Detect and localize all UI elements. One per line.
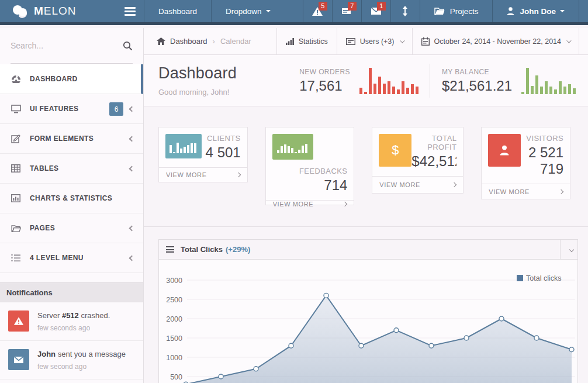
navbar-end-cap: [579, 0, 588, 22]
home-icon[interactable]: [157, 37, 165, 45]
chevron-right-icon: [236, 172, 240, 177]
clients-card: CLIENTS 4 501 VIEW MORE: [158, 127, 248, 182]
messages-badge: 1: [377, 2, 386, 11]
feedbacks-view-more[interactable]: VIEW MORE: [266, 200, 354, 208]
page-header: Dashboard Good morning, John! NEW ORDERS…: [144, 55, 588, 106]
bar-chart-icon: [286, 37, 294, 45]
profit-view-more[interactable]: VIEW MORE: [372, 176, 463, 193]
total-clicks-chart: 50010001500200025003000Total clicks: [159, 260, 577, 383]
notification-time: few second ago: [37, 363, 126, 371]
date-range-dropdown[interactable]: October 24, 2014 - November 22, 2014: [412, 28, 579, 55]
chevron-left-icon: [129, 136, 135, 142]
sidebar-item-ui-features[interactable]: UI FEATURES6: [0, 94, 143, 124]
visitors-view-more[interactable]: VIEW MORE: [482, 184, 570, 199]
sidebar-item-label: 4 LEVEL MENU: [30, 254, 84, 262]
panel-collapse-button[interactable]: [560, 240, 577, 260]
caret-down-icon: [560, 10, 565, 12]
sidebar-search: [11, 28, 133, 64]
new-orders-minichart: [359, 67, 420, 94]
my-balance-minichart: [521, 67, 577, 94]
clients-label: CLIENTS: [202, 134, 241, 143]
panel-title: Total Clicks: [181, 245, 223, 254]
profit-tile-icon: $: [379, 134, 411, 167]
documents-button[interactable]: 7: [332, 0, 361, 22]
chevron-down-icon: [566, 38, 571, 43]
chevron-right-icon: [559, 189, 563, 194]
new-orders-stat: NEW ORDERS 17,561: [299, 67, 420, 94]
sidebar-item-form-elements[interactable]: FORM ELEMENTS: [0, 124, 143, 154]
menu-badge: 6: [109, 102, 123, 116]
sidebar-item-label: FORM ELEMENTS: [30, 134, 94, 143]
messages-button[interactable]: 1: [361, 0, 390, 22]
projects-button[interactable]: Projects: [420, 0, 493, 22]
sidebar-item-label: TABLES: [30, 164, 59, 172]
page-title: Dashboard: [158, 64, 237, 82]
search-input[interactable]: [11, 41, 123, 50]
feedbacks-value: 714: [272, 177, 348, 194]
logo[interactable]: MELON: [0, 0, 144, 22]
sidebar: DASHBOARDUI FEATURES6FORM ELEMENTSTABLES…: [0, 28, 144, 383]
panel-delta: (+29%): [226, 245, 250, 254]
notification-server-crashed[interactable]: Server #512 crashed. few seconds ago: [0, 302, 143, 341]
mail-icon: [8, 349, 29, 370]
form-icon: [11, 134, 22, 143]
chart-icon: [11, 194, 22, 202]
chevron-right-icon: [452, 182, 456, 187]
sidebar-item-label: CHARTS & STATISTICS: [30, 194, 112, 202]
alerts-button[interactable]: 5: [303, 0, 332, 22]
levels-icon: [11, 254, 22, 262]
chevron-right-icon: [343, 202, 347, 206]
nav-item-dropdown[interactable]: Dropdown: [211, 0, 285, 22]
arrows-vertical-icon: [402, 6, 408, 16]
svg-text:500: 500: [170, 373, 182, 381]
greeting: Good morning, John!: [158, 88, 237, 96]
clients-view-more[interactable]: VIEW MORE: [159, 167, 247, 182]
my-balance-label: MY BALANCE: [442, 68, 512, 76]
visitors-tile-icon: [488, 134, 521, 167]
documents-badge: 7: [348, 2, 357, 11]
statistics-button[interactable]: Statistics: [276, 28, 337, 55]
chevron-left-icon: [129, 106, 135, 112]
search-icon[interactable]: [123, 41, 133, 51]
table-icon: [11, 164, 22, 172]
user-icon: [507, 7, 514, 16]
total-profit-card: $ TOTAL PROFIT $42,512.00 VIEW MORE: [372, 127, 464, 194]
notification-text: Server #512 crashed.: [37, 311, 110, 320]
caret-down-icon: [266, 10, 271, 12]
stats-divider: [430, 64, 430, 98]
sidebar-item-dashboard[interactable]: DASHBOARD: [0, 64, 143, 94]
sidebar-item-pages[interactable]: PAGES: [0, 213, 143, 243]
nav-item-dashboard[interactable]: Dashboard: [144, 0, 211, 22]
user-menu[interactable]: John Doe: [492, 0, 579, 22]
clients-tile-icon: [165, 134, 202, 158]
new-orders-value: 17,561: [299, 78, 350, 94]
visitors-value: 2 521 719: [521, 144, 563, 177]
resize-vertical-button[interactable]: [390, 0, 420, 22]
header-stats: NEW ORDERS 17,561 MY BALANCE $21,561.21: [299, 64, 577, 98]
total-clicks-panel: Total Clicks (+29%) 50010001500200025003…: [158, 239, 578, 383]
svg-text:1500: 1500: [166, 334, 182, 343]
notification-text: John sent you a message: [37, 350, 126, 358]
users-dropdown[interactable]: Users (+3): [337, 28, 412, 55]
visitors-card: VISITORS 2 521 719 VIEW MORE: [481, 127, 570, 199]
visitors-label: VISITORS: [521, 134, 563, 143]
sidebar-item-charts-statistics[interactable]: CHARTS & STATISTICS: [0, 184, 143, 213]
navbar-spacer: [285, 0, 303, 22]
sidebar-toggle-icon[interactable]: [124, 5, 136, 18]
sidebar-item-4-level-menu[interactable]: 4 LEVEL MENU: [0, 243, 143, 273]
main-content: Dashboard › Calendar Statistics: [144, 28, 588, 383]
panel-menu-icon[interactable]: [166, 245, 174, 254]
toolbar-end-cap: [579, 28, 588, 55]
chevron-left-icon: [129, 226, 135, 232]
svg-text:2500: 2500: [166, 296, 182, 304]
breadcrumb-dashboard[interactable]: Dashboard: [170, 37, 207, 46]
sidebar-item-tables[interactable]: TABLES: [0, 154, 143, 184]
sidebar-menu: DASHBOARDUI FEATURES6FORM ELEMENTSTABLES…: [0, 64, 143, 273]
top-navbar: MELON Dashboard Dropdown 5 7: [0, 0, 588, 25]
alerts-badge: 5: [319, 2, 327, 11]
sidebar-item-label: DASHBOARD: [30, 75, 78, 83]
sidebar-item-label: UI FEATURES: [30, 105, 79, 113]
svg-text:2000: 2000: [166, 315, 182, 323]
breadcrumb-bar: Dashboard › Calendar Statistics: [144, 28, 588, 55]
notification-message[interactable]: John sent you a message few second ago: [0, 341, 143, 379]
